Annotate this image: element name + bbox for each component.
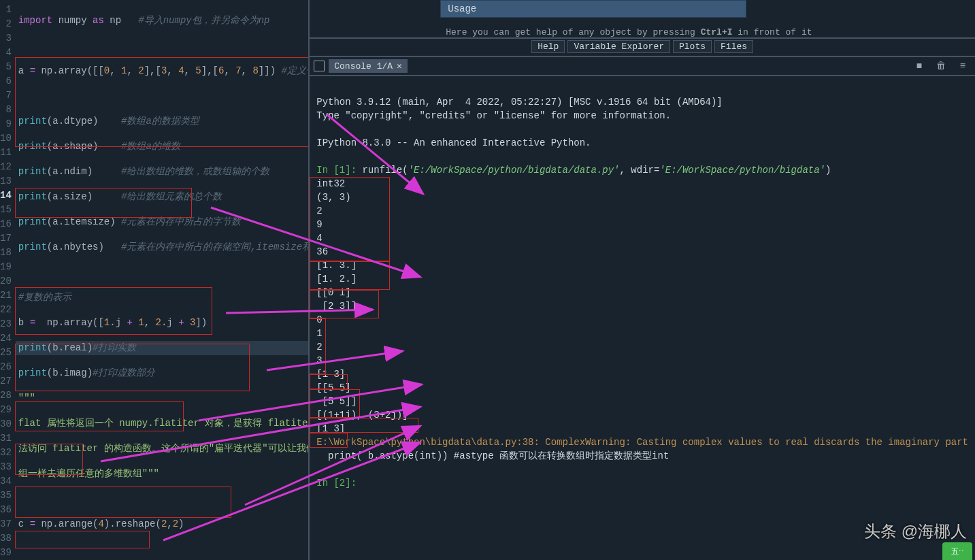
console-tabstrip: Console 1/A ✕ ■ 🗑 ≡ xyxy=(310,57,975,76)
tab-variable-explorer[interactable]: Variable Explorer xyxy=(567,40,670,53)
console-text: Python 3.9.12 (main, Apr 4 2022, 05:22:2… xyxy=(316,97,723,108)
console-text: IPython 8.3.0 -- An enhanced Interactive… xyxy=(316,137,591,148)
trash-icon[interactable]: 🗑 xyxy=(936,61,946,71)
usage-header: Usage xyxy=(440,0,746,18)
menu-icon[interactable]: ≡ xyxy=(957,61,968,71)
tab-plots[interactable]: Plots xyxy=(673,40,712,53)
line-number-gutter: 1234567891011121314151617181920212223242… xyxy=(0,0,16,560)
tab-files[interactable]: Files xyxy=(714,40,753,53)
pane-tabs: Help Variable Explorer Plots Files xyxy=(310,39,975,57)
watermark-text: 头条 @海梛人 xyxy=(864,521,967,542)
console-tab-label: Console 1/A xyxy=(334,61,393,71)
console-prompt[interactable]: In [2]: xyxy=(316,478,362,489)
tab-help[interactable]: Help xyxy=(531,40,565,53)
ipython-console[interactable]: Python 3.9.12 (main, Apr 4 2022, 05:22:2… xyxy=(310,76,975,560)
code-area[interactable]: import numpy as np #导入numpy包，并另命令为np a =… xyxy=(16,0,310,560)
new-console-icon[interactable] xyxy=(314,61,325,71)
console-text: Type "copyright", "credits" or "license"… xyxy=(316,110,671,121)
stop-icon[interactable]: ■ xyxy=(914,61,925,71)
close-icon[interactable]: ✕ xyxy=(397,61,402,71)
help-hint: Here you can get help of any object by p… xyxy=(446,27,975,37)
code-editor[interactable]: 1234567891011121314151617181920212223242… xyxy=(0,0,310,560)
help-panel: Usage Here you can get help of any objec… xyxy=(310,0,975,39)
console-tab[interactable]: Console 1/A ✕ xyxy=(329,59,408,73)
console-prompt: In [1]: xyxy=(316,165,362,176)
watermark-badge: 五⋅⋅ xyxy=(942,542,972,560)
